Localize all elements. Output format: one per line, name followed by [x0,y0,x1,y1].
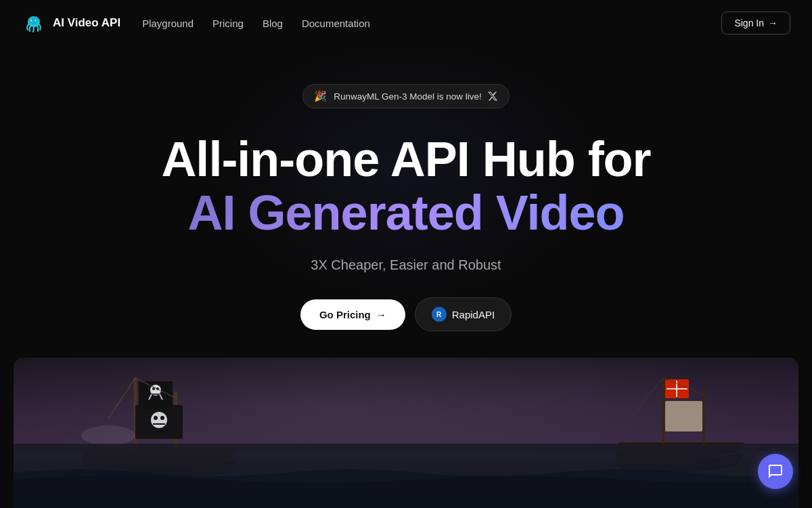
go-pricing-button[interactable]: Go Pricing → [300,299,405,330]
nav-pricing[interactable]: Pricing [212,18,244,29]
nav-links: Playground Pricing Blog Documentation [142,18,370,29]
announcement-text: RunwayML Gen-3 Model is now live! [334,91,482,102]
svg-point-2 [29,16,39,24]
svg-line-21 [108,378,135,419]
svg-line-30 [629,378,663,419]
svg-point-18 [154,416,158,420]
nav-blog[interactable]: Blog [263,18,283,29]
arrow-right-icon: → [768,18,777,28]
water-reflections [14,459,798,508]
logo[interactable]: AI Video API [22,11,120,35]
navbar: AI Video API Playground Pricing Blog Doc… [0,0,812,46]
svg-rect-29 [665,401,702,431]
rapidapi-button[interactable]: R RapidAPI [415,297,512,331]
arrow-right-icon: → [376,309,386,320]
signin-button[interactable]: Sign In → [721,12,790,35]
svg-point-17 [151,412,167,428]
hero-buttons: Go Pricing → R RapidAPI [300,297,512,331]
svg-point-6 [36,20,37,21]
svg-point-5 [32,20,33,21]
rapidapi-logo-icon: R [432,307,447,322]
nav-playground[interactable]: Playground [142,18,194,29]
x-platform-icon [487,91,498,102]
nav-documentation[interactable]: Documentation [302,18,370,29]
nav-left: AI Video API Playground Pricing Blog Doc… [22,11,370,35]
hero-heading-line1: All-in-one API Hub for [161,132,650,186]
hero-subtitle: 3X Cheaper, Easier and Robust [311,257,501,273]
pirate-scene [14,358,798,508]
announcement-badge[interactable]: 🎉 RunwayML Gen-3 Model is now live! [302,84,510,108]
hero-section: 🎉 RunwayML Gen-3 Model is now live! All-… [0,46,812,331]
hero-heading-line2: AI Generated Video [188,186,625,240]
chat-icon [767,463,784,480]
video-preview [14,358,798,508]
chat-widget[interactable] [758,454,793,489]
octopus-icon [22,11,46,35]
svg-point-23 [81,425,135,446]
party-emoji: 🎉 [314,90,327,102]
svg-point-19 [160,416,164,420]
logo-text: AI Video API [53,16,120,30]
hero-heading: All-in-one API Hub for AI Generated Vide… [161,133,650,240]
